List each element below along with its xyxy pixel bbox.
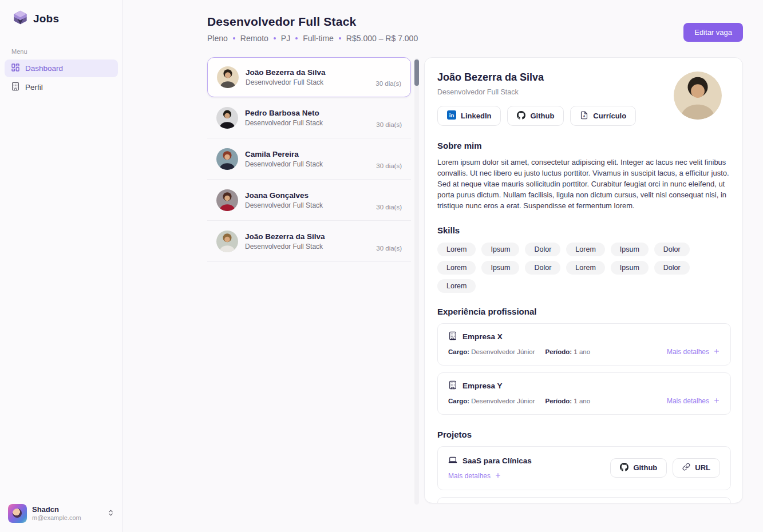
skill-chip: Ipsum bbox=[481, 243, 519, 256]
detail-header-texts: João Bezerra da Silva Desenvolvedor Full… bbox=[437, 72, 636, 126]
plus-icon bbox=[713, 397, 720, 406]
periodo-value: 1 ano bbox=[574, 398, 590, 404]
dot-separator-icon bbox=[339, 37, 341, 39]
cargo-value: Desenvolvedor Júnior bbox=[471, 398, 535, 404]
skill-chip: Dolor bbox=[654, 243, 690, 256]
menu-section-label: Menu bbox=[0, 33, 122, 59]
project-url-button[interactable]: URL bbox=[673, 458, 720, 478]
detail-candidate-role: Desenvolvedor Full Stack bbox=[437, 88, 636, 96]
candidate-detail-panel: João Bezerra da Silva Desenvolvedor Full… bbox=[424, 57, 743, 503]
candidate-row[interactable]: Camila Pereira Desenvolvedor Full Stack … bbox=[207, 138, 411, 180]
skill-chip: Dolor bbox=[525, 243, 560, 256]
candidate-name: Camila Pereira bbox=[245, 149, 369, 159]
sidebar-item-perfil[interactable]: Perfil bbox=[5, 78, 118, 96]
projects-heading: Projetos bbox=[437, 430, 731, 439]
job-meta-row: Pleno Remoto PJ Full-time R$5.000 – R$ 7… bbox=[207, 34, 418, 43]
experience-heading: Experiência profissional bbox=[437, 307, 731, 316]
user-email: m@example.com bbox=[32, 514, 102, 522]
experience-card: Empresa X Cargo: Desenvolvedor Júnior Pe… bbox=[437, 323, 731, 366]
skill-chip: Ipsum bbox=[611, 243, 649, 256]
project-github-button[interactable]: Github bbox=[610, 458, 667, 478]
detail-header: João Bezerra da Silva Desenvolvedor Full… bbox=[437, 72, 731, 126]
page-title: Desenvolvedor Full Stack bbox=[207, 15, 418, 29]
edit-job-button[interactable]: Editar vaga bbox=[683, 23, 743, 42]
about-heading: Sobre mim bbox=[437, 141, 731, 150]
candidate-name: João Bezerra da Silva bbox=[246, 68, 369, 77]
project-left: SaaS para Clínicas Mais detalhes bbox=[448, 455, 532, 481]
skill-chip: Lorem bbox=[566, 261, 604, 275]
candidate-days-wrap: 30 dia(s) bbox=[376, 138, 402, 179]
more-details-label: Mais detalhes bbox=[667, 397, 709, 405]
linkedin-icon: in bbox=[447, 110, 456, 121]
project-card: SaaS para Barbearias Mais detalhes Githu… bbox=[437, 497, 731, 503]
company-name: Empresa Y bbox=[462, 382, 503, 390]
periodo-pair: Período: 1 ano bbox=[545, 398, 591, 404]
more-details-link[interactable]: Mais detalhes bbox=[667, 397, 720, 406]
plus-icon bbox=[495, 472, 501, 481]
candidate-role: Desenvolvedor Full Stack bbox=[245, 242, 369, 251]
candidate-texts: João Bezerra da Silva Desenvolvedor Full… bbox=[245, 232, 369, 251]
app-logo-cube-icon bbox=[13, 10, 28, 27]
user-name: Shadcn bbox=[32, 505, 102, 514]
scrollbar-thumb[interactable] bbox=[414, 59, 419, 86]
candidate-list: João Bezerra da Silva Desenvolvedor Full… bbox=[207, 57, 411, 505]
dot-separator-icon bbox=[295, 37, 298, 39]
building-icon bbox=[448, 380, 457, 392]
cargo-label: Cargo: bbox=[448, 398, 469, 404]
candidate-role: Desenvolvedor Full Stack bbox=[246, 78, 369, 87]
scrollbar-track[interactable] bbox=[414, 58, 419, 505]
more-details-link[interactable]: Mais detalhes bbox=[448, 472, 532, 481]
linkedin-button[interactable]: in LinkedIn bbox=[437, 106, 501, 126]
laptop-icon bbox=[448, 455, 457, 467]
candidate-days: 30 dia(s) bbox=[376, 204, 402, 211]
skills-heading: Skills bbox=[437, 225, 731, 235]
resume-button[interactable]: A Currículo bbox=[570, 106, 636, 126]
cargo-pair: Cargo: Desenvolvedor Júnior bbox=[448, 348, 535, 355]
link-icon bbox=[682, 463, 690, 473]
experience-card-meta-row: Cargo: Desenvolvedor Júnior Período: 1 a… bbox=[448, 397, 720, 406]
periodo-value: 1 ano bbox=[574, 348, 590, 355]
project-card: SaaS para Clínicas Mais detalhes Github bbox=[437, 446, 731, 490]
job-meta-item: R$5.000 – R$ 7.000 bbox=[346, 34, 418, 43]
candidate-row[interactable]: Joana Gonçalves Desenvolvedor Full Stack… bbox=[207, 180, 411, 221]
skills-chips: Lorem Ipsum Dolor Lorem Ipsum Dolor Lore… bbox=[437, 243, 712, 293]
page-header: Desenvolvedor Full Stack Pleno Remoto PJ… bbox=[207, 15, 743, 43]
periodo-label: Período: bbox=[545, 348, 572, 355]
experience-card: Empresa Y Cargo: Desenvolvedor Júnior Pe… bbox=[437, 372, 731, 415]
candidate-row-selected[interactable]: João Bezerra da Silva Desenvolvedor Full… bbox=[207, 57, 411, 97]
user-menu[interactable]: Shadcn m@example.com bbox=[0, 498, 122, 532]
more-details-link[interactable]: Mais detalhes bbox=[667, 348, 720, 356]
github-icon bbox=[517, 111, 525, 121]
more-details-label: Mais detalhes bbox=[667, 348, 709, 356]
candidate-name: João Bezerra da Silva bbox=[245, 232, 369, 241]
avatar bbox=[216, 231, 238, 252]
avatar bbox=[217, 66, 239, 88]
github-icon bbox=[620, 463, 628, 473]
job-meta-item: Pleno bbox=[207, 34, 228, 43]
project-url-label: URL bbox=[695, 463, 710, 472]
detail-links-row: in LinkedIn Github A bbox=[437, 106, 636, 126]
sidebar-nav: Dashboard Perfil bbox=[0, 59, 122, 96]
candidate-days: 30 dia(s) bbox=[376, 121, 402, 128]
skill-chip: Lorem bbox=[437, 279, 476, 293]
skill-chip: Dolor bbox=[525, 261, 560, 275]
candidate-days-wrap: 30 dia(s) bbox=[376, 97, 402, 138]
plus-icon bbox=[713, 348, 720, 356]
project-buttons: Github URL bbox=[610, 458, 720, 478]
experience-card-title-row: Empresa Y bbox=[448, 380, 720, 392]
candidate-days-wrap: 30 dia(s) bbox=[376, 221, 402, 261]
candidate-row[interactable]: João Bezerra da Silva Desenvolvedor Full… bbox=[207, 221, 411, 262]
candidate-row[interactable]: Pedro Barbosa Neto Desenvolvedor Full St… bbox=[207, 97, 411, 138]
avatar bbox=[216, 148, 238, 170]
candidate-days: 30 dia(s) bbox=[376, 245, 402, 252]
github-button[interactable]: Github bbox=[507, 106, 564, 126]
content-columns: João Bezerra da Silva Desenvolvedor Full… bbox=[207, 57, 743, 505]
detail-candidate-name: João Bezerra da Silva bbox=[437, 72, 636, 84]
skill-chip: Lorem bbox=[566, 243, 604, 256]
svg-text:in: in bbox=[449, 112, 454, 118]
building-icon bbox=[448, 331, 457, 343]
sidebar-item-dashboard[interactable]: Dashboard bbox=[5, 59, 118, 77]
cargo-pair: Cargo: Desenvolvedor Júnior bbox=[448, 398, 535, 404]
dot-separator-icon bbox=[274, 37, 276, 39]
page-header-texts: Desenvolvedor Full Stack Pleno Remoto PJ… bbox=[207, 15, 418, 43]
